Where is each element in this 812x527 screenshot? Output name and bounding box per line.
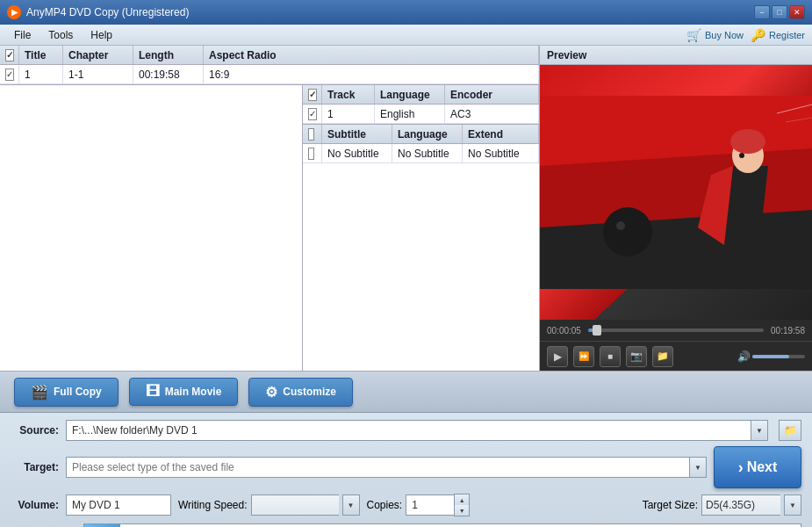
buy-now-button[interactable]: 🛒 Buy Now [686,28,744,42]
fast-forward-button[interactable]: ⏩ [573,346,594,367]
video-table-header: Title Chapter Length Aspect Radio [0,46,539,65]
main-movie-button[interactable]: 🎞 Main Movie [129,378,239,406]
volume-slider[interactable] [752,355,805,358]
sub-row-lang: No Subtitle [392,144,463,162]
col-aspect: Aspect Radio [204,46,539,64]
sub-col-subtitle: Subtitle [322,125,392,143]
bottom-area: Source: ▼ 📁 Target: ▼ › Next Volume: Wri… [0,413,812,527]
left-panel: Title Chapter Length Aspect Radio 1 1-1 … [0,46,540,371]
volume-control[interactable]: 🔊 [737,350,805,363]
register-button[interactable]: 🔑 Register [751,28,805,42]
customize-button[interactable]: ⚙ Customize [248,378,353,407]
copies-up-button[interactable]: ▲ [455,495,469,505]
sub-row-subtitle: No Subtitle [322,144,392,162]
target-dropdown-button[interactable]: ▼ [689,457,707,478]
source-input[interactable] [66,420,751,441]
copies-wrap: Copies: ▲ ▼ [367,494,471,516]
video-row[interactable]: 1 1-1 00:19:58 16:9 [0,65,539,84]
title-text: AnyMP4 DVD Copy (Unregistered) [26,6,754,18]
copies-input-wrap: ▲ ▼ [406,494,470,516]
writing-speed-input[interactable] [251,495,339,516]
preview-player-controls: ▶ ⏩ ■ 📷 📁 🔊 [540,341,812,371]
target-size-dropdown[interactable]: ▼ [784,495,801,516]
target-row: Target: ▼ [11,457,707,478]
row-check[interactable] [0,65,19,83]
sub-row-checkbox[interactable] [308,148,314,160]
progress-thumb[interactable] [593,325,601,336]
subtitle-row[interactable]: No Subtitle No Subtitle No Subtitle [303,144,539,163]
source-browse-button[interactable]: 📁 [779,420,801,441]
menu-help[interactable]: Help [83,27,119,43]
close-button[interactable]: ✕ [789,5,805,19]
col-title: Title [19,46,63,64]
volume-input[interactable] [66,495,171,516]
copies-input[interactable] [406,495,454,516]
open-folder-button[interactable]: 📁 [652,346,673,367]
app-icon: ▶ [7,5,21,19]
source-dropdown-button[interactable]: ▼ [751,420,768,441]
row-checkbox[interactable] [5,69,14,81]
customize-label: Customize [283,386,336,398]
key-icon: 🔑 [751,28,765,42]
sub-col-check [303,125,322,143]
target-size-wrap: Target Size: ▼ [643,495,801,516]
menu-file[interactable]: File [7,27,38,43]
svg-point-4 [616,221,625,230]
audio-table: Track Language Encoder 1 English AC3 [303,85,539,125]
svg-point-9 [739,153,744,158]
play-button[interactable]: ▶ [547,346,568,367]
screenshot-button[interactable]: 📷 [626,346,647,367]
full-copy-button[interactable]: 🎬 Full Copy [14,378,119,407]
size-bar-row: Source Size: 1GB 2GB 3GB 4GB 5GB 6GB 7GB… [11,523,801,527]
sub-select-all[interactable] [308,128,314,141]
svg-point-3 [603,207,652,256]
time-current: 00:00:05 [547,326,581,336]
audio-select-all[interactable] [308,89,317,101]
main-content: Title Chapter Length Aspect Radio 1 1-1 … [0,46,812,371]
size-bar-container: 1GB 2GB 3GB 4GB 5GB 6GB 7GB 8GB 9GB [83,523,801,527]
scene-svg [540,65,812,320]
select-all-checkbox[interactable] [5,49,14,61]
target-size-label: Target Size: [643,499,698,511]
audio-row[interactable]: 1 English AC3 [303,105,539,124]
source-row: Source: ▼ 📁 [11,420,801,441]
target-input-wrap: ▼ [66,457,707,478]
volume-fill [752,355,789,358]
col-length: Length [133,46,204,64]
minimize-button[interactable]: − [754,5,770,19]
next-button[interactable]: › Next [714,446,801,488]
film-icon-fullcopy: 🎬 [31,384,48,401]
target-label: Target: [11,461,59,473]
target-input[interactable] [66,457,689,478]
col-check [0,46,19,64]
audio-row-lang: English [375,105,445,123]
source-label: Source: [11,424,59,437]
menu-tools[interactable]: Tools [41,27,80,43]
audio-row-check[interactable] [303,105,322,123]
audio-col-track: Track [322,85,375,104]
volume-input-wrap [66,495,171,516]
audio-col-check [303,85,322,104]
gear-icon-customize: ⚙ [265,384,277,401]
middle-area: Track Language Encoder 1 English AC3 [0,85,539,371]
progress-bar[interactable] [588,328,764,332]
copies-label: Copies: [367,499,403,511]
maximize-button[interactable]: □ [772,5,787,19]
stop-button[interactable]: ■ [600,346,621,367]
volume-icon: 🔊 [737,350,751,363]
svg-point-8 [730,129,765,154]
preview-video [540,65,812,320]
audio-col-encoder: Encoder [445,85,539,104]
sub-col-lang: Language [392,125,463,143]
writing-speed-wrap: Writing Speed: ▼ [178,495,360,516]
audio-col-lang: Language [375,85,445,104]
copies-down-button[interactable]: ▼ [455,505,469,516]
audio-row-checkbox[interactable] [308,108,317,120]
writing-speed-dropdown[interactable]: ▼ [342,495,360,516]
target-size-input[interactable] [701,495,780,516]
sub-row-extend: No Subtitle [463,144,539,162]
main-movie-label: Main Movie [165,386,222,398]
left-spacer [0,85,303,371]
row-aspect: 16:9 [204,65,539,83]
sub-row-check[interactable] [303,144,322,162]
